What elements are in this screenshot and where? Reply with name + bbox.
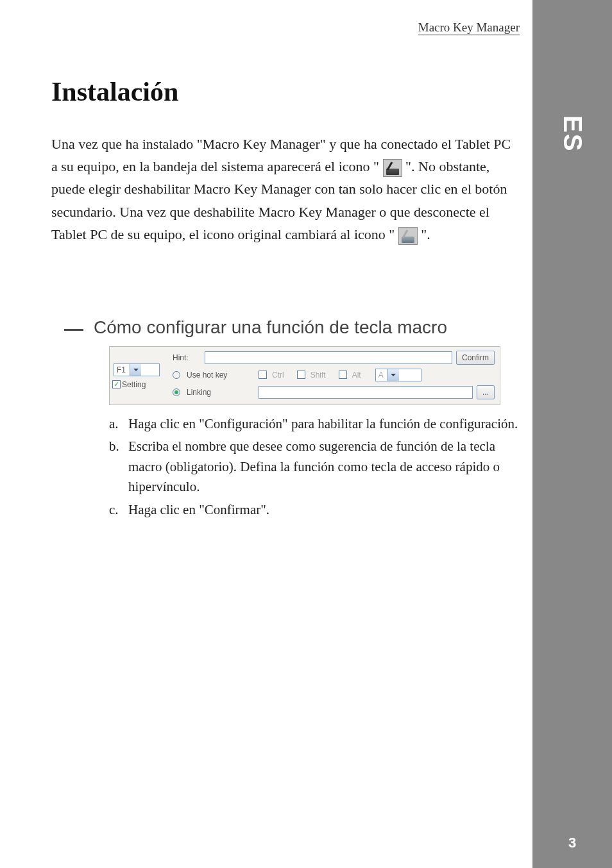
letter-dropdown-value: A	[378, 371, 384, 380]
step-label-a: a.	[109, 414, 128, 435]
linking-input[interactable]	[259, 386, 473, 399]
list-item: c. Haga clic en "Confirmar".	[109, 500, 520, 521]
screenshot-panel: F1 ✓ Setting Hint: Confirm Use hot key	[109, 346, 500, 405]
list-item: b. Escriba el nombre que desee como suge…	[109, 437, 520, 497]
instruction-list: a. Haga clic en "Configuración" para hab…	[109, 414, 520, 521]
side-tab: ES 3	[532, 0, 612, 868]
hint-label: Hint:	[173, 353, 201, 362]
page-number: 3	[568, 835, 576, 851]
language-indicator: ES	[558, 115, 587, 152]
tray-icon-enabled	[383, 159, 402, 177]
ctrl-checkbox[interactable]: ✓	[259, 371, 267, 379]
step-text-b: Escriba el nombre que desee como sugeren…	[128, 437, 520, 497]
shift-checkbox[interactable]: ✓	[297, 371, 305, 379]
setting-checkbox[interactable]: ✓	[112, 380, 121, 388]
confirm-button[interactable]: Confirm	[456, 351, 495, 365]
section-bullet: —	[64, 316, 83, 341]
chevron-down-icon	[387, 369, 399, 381]
hotkey-label: Use hot key	[187, 371, 232, 380]
step-label-b: b.	[109, 437, 128, 497]
intro-paragraph: Una vez que ha instalado "Macro Key Mana…	[51, 133, 520, 246]
key-dropdown-value: F1	[117, 365, 126, 374]
hotkey-radio[interactable]	[173, 371, 180, 379]
step-text-c: Haga clic en "Confirmar".	[128, 500, 269, 521]
hint-input[interactable]	[205, 351, 452, 364]
step-label-c: c.	[109, 500, 128, 521]
linking-radio[interactable]	[173, 388, 180, 396]
intro-text-c: ".	[421, 226, 430, 242]
linking-label: Linking	[187, 388, 232, 397]
page-title: Instalación	[51, 76, 520, 107]
section-heading: — Cómo configurar una función de tecla m…	[51, 316, 520, 341]
letter-dropdown[interactable]: A	[375, 369, 421, 381]
page-content: Macro Key Manager Instalación Una vez qu…	[0, 0, 532, 868]
tray-icon-disabled	[398, 227, 418, 245]
shift-label: Shift	[310, 371, 326, 380]
list-item: a. Haga clic en "Configuración" para hab…	[109, 414, 520, 435]
alt-checkbox[interactable]: ✓	[339, 371, 347, 379]
step-text-a: Haga clic en "Configuración" para habili…	[128, 414, 518, 435]
browse-button[interactable]: ...	[477, 385, 495, 399]
key-dropdown[interactable]: F1	[114, 363, 160, 376]
ctrl-label: Ctrl	[272, 371, 284, 380]
chevron-down-icon	[130, 364, 141, 376]
section-title-text: Cómo configurar una función de tecla mac…	[94, 316, 447, 339]
alt-label: Alt	[352, 371, 361, 380]
running-header: Macro Key Manager	[418, 21, 520, 35]
setting-label: Setting	[122, 380, 146, 389]
